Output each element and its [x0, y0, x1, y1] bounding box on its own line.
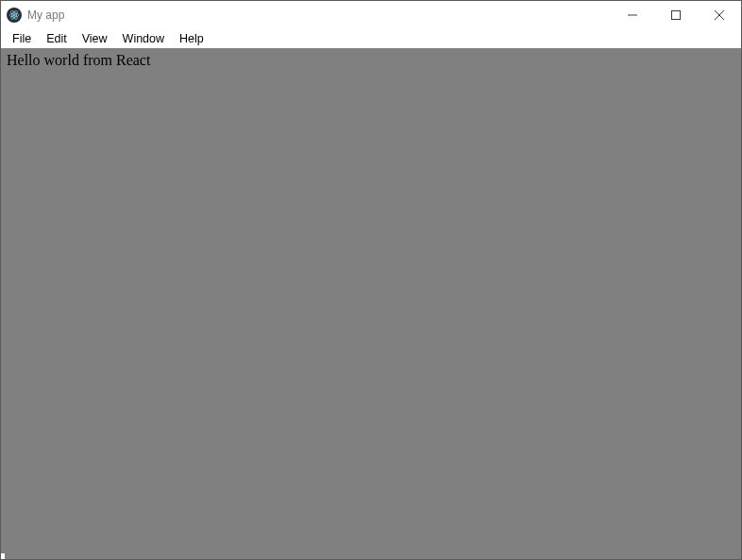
app-window: My app File Edit View Window Help Hello …	[0, 0, 742, 560]
content-text: Hello world from React	[7, 51, 735, 69]
menu-view[interactable]: View	[75, 31, 115, 46]
maximize-button[interactable]	[654, 1, 698, 29]
menu-window[interactable]: Window	[115, 31, 172, 46]
content-area: Hello world from React	[1, 48, 741, 559]
svg-rect-5	[672, 11, 681, 20]
minimize-button[interactable]	[611, 1, 654, 29]
window-title: My app	[27, 8, 64, 22]
status-strip	[1, 553, 5, 559]
menubar: File Edit View Window Help	[1, 29, 741, 48]
menu-edit[interactable]: Edit	[39, 31, 75, 46]
window-controls	[611, 1, 741, 29]
menu-file[interactable]: File	[5, 31, 39, 46]
titlebar: My app	[1, 1, 741, 29]
close-button[interactable]	[698, 1, 741, 29]
menu-help[interactable]: Help	[172, 31, 211, 46]
svg-point-0	[13, 14, 15, 16]
app-icon	[7, 8, 22, 23]
